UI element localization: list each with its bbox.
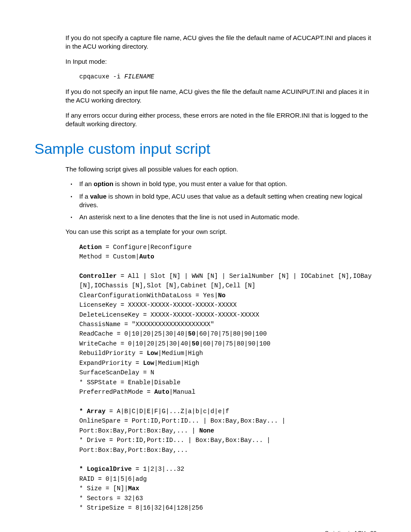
code-line: cpqacuxe -i FILENAME [34,72,377,81]
script-line: SurfaceScanDelay = N [79,368,377,377]
text: = All | Slot [ [117,273,173,280]
blank-line [79,455,377,464]
text: ],Cabinet [ [173,282,215,289]
paragraph: In Input mode: [34,57,377,66]
text: ],Cell [ [218,282,248,289]
text: = 1|2|3|...32 [132,466,184,473]
text-bold: No [218,292,225,299]
blank-line [79,397,377,407]
script-line: * Array = A|B|C|D|E|F|G|...Z|a|b|c|d|e|f [79,407,377,416]
text-var: N [173,273,177,280]
text-bold: 50 [188,330,195,337]
script-line: ReadCache = 0|10|20|25|30|40|50|60|70|75… [79,329,377,339]
text: |60|70|75|80|90|100 [199,340,270,347]
text-var: N [136,282,140,289]
page-footer: Scripting in ACU 32 [34,530,377,532]
text-bold: Low [147,350,158,357]
text: SurfaceScanDelay = [79,369,150,376]
text: RebuildPriority = [79,350,147,357]
text-var: N [248,282,252,289]
text-bold: None [199,427,214,434]
bullet-list: If an option is shown in bold type, you … [34,180,377,221]
text-bold: Max [128,485,139,492]
text: ] | IOCabinet [ [286,273,342,280]
text: |60|70|75|80|90|100 [196,330,267,337]
text: = A|B|C|D|E|F|G|...Z|a|b|c|d|e|f [106,408,229,415]
text-bold: value [90,193,106,200]
text-bold: * [79,466,87,473]
text-var: N [150,369,154,376]
text: ]| [121,485,128,492]
script-line: LicenseKey = XXXXX-XXXXX-XXXXX-XXXXX-XXX… [79,300,377,310]
script-line: OnlineSpare = Port:ID,Port:ID... | Box:B… [79,416,377,436]
text: ],Slot [ [139,282,169,289]
text-var: N [169,282,173,289]
footer-title: Scripting in ACU [325,530,366,532]
text: ClearConfigurationWithDataLoss = Yes| [79,292,218,299]
text: PreferredPathMode = [79,389,154,395]
text-var: N [342,273,346,280]
paragraph: You can use this script as a template fo… [34,227,377,236]
script-line: * Size = [N]|Max [79,484,377,493]
list-item: An asterisk next to a line denotes that … [79,213,377,221]
script-line: Action = Configure|Reconfigure [79,243,377,252]
blank-line [79,262,377,271]
text: ExpandPriority = [79,360,143,367]
text: |Medium|High [158,350,203,357]
script-line: * Drive = Port:ID,Port:ID... | Box:Bay,B… [79,436,377,455]
text: ] | SerialNumber [ [214,273,282,280]
text: ] [252,282,255,289]
text-bold: Controller [79,273,117,280]
text-bold: Auto [154,389,169,395]
text-bold: * [79,408,87,415]
text-bold: option [93,180,113,187]
page-number: 32 [371,530,377,532]
script-line: PreferredPathMode = Auto|Manual [79,387,377,397]
script-line: RAID = 0|1|5|6|adg [79,474,377,484]
list-item: If a value is shown in bold type, ACU us… [79,192,377,210]
text-var: N [282,273,286,280]
script-line: RebuildPriority = Low|Medium|High [79,348,377,358]
text: If an [79,180,93,187]
text-bold: 50 [192,340,199,347]
text: |Medium|High [154,360,199,367]
section-heading: Sample custom input script [34,140,377,157]
text: OnlineSpare = Port:ID,Port:ID... | Box:B… [79,417,286,434]
code-variable: FILENAME [124,73,154,80]
script-line: * LogicalDrive = 1|2|3|...32 [79,464,377,474]
text-bold: Auto [139,253,154,260]
script-line: Method = Custom|Auto [79,252,377,261]
script-line: * SSPState = Enable|Disable [79,378,377,387]
text-bold: LogicalDrive [87,466,131,473]
text: WriteCache = 0|10|20|25|30|40| [79,340,192,347]
list-item: If an option is shown in bold type, you … [79,180,377,188]
paragraph: If you do not specify a capture file nam… [34,34,377,51]
script-line: ChassisName = "XXXXXXXXXXXXXXXXXXXX" [79,320,377,329]
document-page: If you do not specify a capture file nam… [0,0,411,532]
text-var: N [211,273,215,280]
paragraph: The following script gives all possible … [34,165,377,174]
script-line: * Sectors = 32|63 [79,494,377,503]
script-line: ClearConfigurationWithDataLoss = Yes|No [79,291,377,300]
text: = Configure|Reconfigure [102,244,192,251]
script-block: Action = Configure|Reconfigure Method = … [34,243,377,513]
text: ] | WWN [ [177,273,210,280]
text-var: N [117,485,121,492]
script-line: WriteCache = 0|10|20|25|30|40|50|60|70|7… [79,339,377,348]
text: Method = Custom| [79,253,139,260]
text: * Size = [ [79,485,117,492]
script-line: * StripeSize = 8|16|32|64|128|256 [79,503,377,513]
code-text: cpqacuxe -i [79,73,124,80]
text: If a [79,193,90,200]
text-bold: Low [143,360,154,367]
text: is shown in bold type, you must enter a … [113,180,287,187]
text-bold: Action [79,244,102,251]
text: |Manual [169,389,196,395]
script-line: DeleteLicenseKey = XXXXX-XXXXX-XXXXX-XXX… [79,310,377,320]
text-var: N [214,282,218,289]
paragraph: If you do not specify an input file name… [34,87,377,105]
script-line: Controller = All | Slot [N] | WWN [N] | … [79,271,377,291]
paragraph: If any errors occur during either proces… [34,111,377,129]
script-line: ExpandPriority = Low|Medium|High [79,358,377,368]
text: ],IOChassis [ [87,282,135,289]
